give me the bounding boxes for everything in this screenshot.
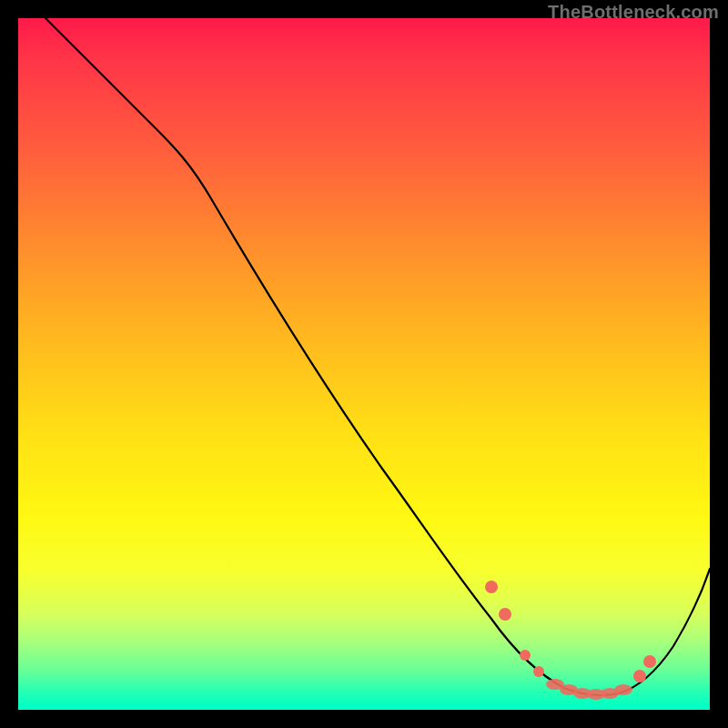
chart-frame: TheBottleneck.com xyxy=(0,0,728,728)
marker-dot xyxy=(643,655,656,668)
plot-area xyxy=(18,18,710,710)
curve-layer xyxy=(18,18,710,710)
marker-group xyxy=(485,581,656,700)
bottleneck-curve xyxy=(46,18,710,695)
watermark-label: TheBottleneck.com xyxy=(548,2,719,23)
marker-dot xyxy=(520,650,531,661)
marker-dot xyxy=(633,670,646,682)
marker-dot xyxy=(485,581,498,593)
marker-dot xyxy=(499,608,511,621)
marker-dot xyxy=(533,666,544,677)
marker-dot xyxy=(614,684,632,695)
